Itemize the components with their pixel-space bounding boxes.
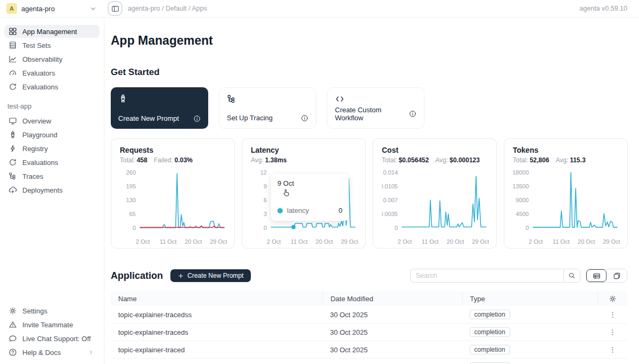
sidebar-item-settings[interactable]: Settings [4, 304, 100, 317]
grid-icon [9, 27, 17, 36]
svg-text:11 Oct: 11 Oct [291, 238, 308, 245]
series-cost [402, 176, 486, 227]
chart-stat: Total:52,806 [513, 156, 549, 164]
svg-text:65: 65 [129, 211, 136, 217]
sidebar-item-label: Evaluations [22, 83, 58, 91]
sidebar-item-evaluations[interactable]: Evaluations [4, 156, 100, 169]
search-button[interactable] [563, 269, 580, 283]
chart-card-cost[interactable]: CostTotal:$0.056452Avg:$0.00012300.00350… [373, 138, 497, 249]
sidebar-item-label: App Management [22, 28, 77, 36]
sidebar-item-playground[interactable]: Playground [4, 128, 100, 141]
svg-text:0: 0 [133, 225, 136, 231]
observability-icon [9, 55, 17, 63]
hover-marker [291, 225, 296, 229]
workspace-selector[interactable]: A agenta-pro [0, 3, 104, 14]
sidebar-item-invite-teammate[interactable]: Invite Teammate [4, 318, 100, 331]
sidebar-item-app-management[interactable]: App Management [4, 25, 100, 38]
sidebar-item-label: Observability [22, 55, 62, 63]
table-row[interactable]: topic-explainer-traceds30 Oct 2025comple… [111, 324, 627, 341]
table-settings-button[interactable] [597, 291, 627, 306]
chart-stat: Total:458 [120, 156, 148, 164]
sidebar-item-help-docs[interactable]: Help & Docs [4, 346, 100, 359]
svg-text:2 Oct: 2 Oct [529, 238, 543, 245]
chevron-right-icon [87, 349, 95, 355]
sidebar-item-observability[interactable]: Observability [4, 53, 100, 65]
tooltip-date: 9 Oct [277, 179, 342, 187]
monitor-icon [9, 117, 17, 125]
row-menu-button[interactable] [597, 328, 627, 336]
svg-text:0: 0 [395, 225, 398, 231]
row-menu-button[interactable] [597, 311, 627, 319]
applications-table: Name Date Modified Type topic-explainer-… [111, 291, 627, 364]
column-header-date-modified[interactable]: Date Modified [323, 291, 462, 306]
sidebar-item-live-chat-support-off[interactable]: Live Chat Support: Off [4, 332, 100, 345]
get-started-card-create-custom-workflow[interactable]: Create Custom Workflow [327, 87, 424, 129]
chart-title: Requests [120, 146, 226, 154]
series-tokens [533, 172, 617, 227]
svg-text:3: 3 [264, 211, 267, 217]
get-started-card-create-new-prompt[interactable]: Create New Prompt [111, 87, 208, 129]
tree-icon [9, 172, 17, 180]
sidebar-item-overview[interactable]: Overview [4, 114, 100, 127]
chat-icon [9, 334, 17, 343]
sidebar-item-label: Traces [22, 172, 43, 180]
row-menu-button[interactable] [597, 346, 627, 354]
card-label: Create Custom Workflow [335, 106, 409, 122]
svg-text:9000: 9000 [516, 197, 529, 203]
search-input[interactable] [410, 269, 563, 283]
table-view-button[interactable] [586, 269, 607, 282]
chart-cost: 00.00350.0070.01050.0142 Oct11 Oct20 Oct… [382, 168, 489, 246]
sidebar-item-evaluators[interactable]: Evaluators [4, 67, 100, 79]
type-badge: completion [470, 345, 510, 354]
chart-card-latency[interactable]: LatencyAvg:1.38ms0369122 Oct11 Oct20 Oct… [242, 138, 366, 249]
cursor-pointer-icon [282, 188, 342, 199]
svg-text:20 Oct: 20 Oct [578, 238, 595, 245]
chart-title: Tokens [513, 146, 619, 154]
sidebar-item-deployments[interactable]: Deployments [4, 184, 100, 196]
search-box [410, 269, 580, 283]
invite-icon [9, 320, 17, 329]
code-icon [335, 94, 345, 104]
table-row[interactable]: career-assessment27 Oct 2025completion [111, 359, 627, 364]
chart-tooltip: 9 Octlatency0 [271, 174, 349, 221]
svg-text:20 Oct: 20 Oct [185, 238, 202, 245]
svg-text:2 Oct: 2 Oct [398, 238, 412, 245]
table-row[interactable]: topic-explainer-tracedss30 Oct 2025compl… [111, 306, 627, 324]
tooltip-value: 0 [339, 206, 342, 214]
svg-text:0.007: 0.007 [383, 197, 398, 203]
create-new-prompt-button[interactable]: Create New Prompt [170, 269, 251, 282]
svg-text:11 Oct: 11 Oct [160, 238, 177, 245]
svg-text:9: 9 [264, 183, 267, 189]
get-started-card-set-up-tracing[interactable]: Set Up Tracing [219, 87, 316, 129]
view-toggle [586, 269, 627, 283]
workspace-avatar: A [6, 3, 17, 14]
sidebar-item-label: Test Sets [22, 42, 51, 49]
sidebar-toggle-button[interactable] [108, 1, 122, 16]
table-row[interactable]: topic-explainer-traced30 Oct 2025complet… [111, 341, 627, 359]
help-icon [9, 348, 17, 357]
chart-stat: Total:$0.056452 [382, 156, 429, 164]
info-icon [193, 115, 201, 122]
column-header-type[interactable]: Type [462, 291, 597, 306]
sidebar-item-traces[interactable]: Traces [4, 170, 100, 183]
chart-stat: Avg:115.3 [555, 156, 585, 164]
svg-text:0.0105: 0.0105 [382, 183, 398, 189]
sidebar-item-evaluations[interactable]: Evaluations [4, 80, 100, 93]
chart-requests: 0651301952602 Oct11 Oct20 Oct29 Oct [120, 168, 227, 246]
app-version: agenta v0.59.10 [579, 5, 639, 12]
chart-card-tokens[interactable]: TokensTotal:52,806Avg:115.30450090001350… [504, 138, 628, 249]
dots-icon [609, 328, 617, 336]
svg-text:20 Oct: 20 Oct [447, 238, 464, 245]
testsets-icon [9, 41, 17, 49]
sidebar-item-label: Overview [22, 117, 51, 125]
card-view-icon [613, 272, 621, 280]
svg-text:29 Oct: 29 Oct [603, 238, 620, 245]
stats-charts: RequestsTotal:458Failed:0.03%06513019526… [111, 138, 627, 249]
sidebar-item-registry[interactable]: Registry [4, 142, 100, 155]
pointer-icon [282, 188, 291, 197]
chart-card-requests[interactable]: RequestsTotal:458Failed:0.03%06513019526… [111, 138, 235, 249]
card-view-button[interactable] [607, 269, 627, 282]
sidebar-item-label: Settings [22, 307, 47, 315]
column-header-name[interactable]: Name [111, 291, 323, 306]
sidebar-item-test-sets[interactable]: Test Sets [4, 39, 100, 52]
